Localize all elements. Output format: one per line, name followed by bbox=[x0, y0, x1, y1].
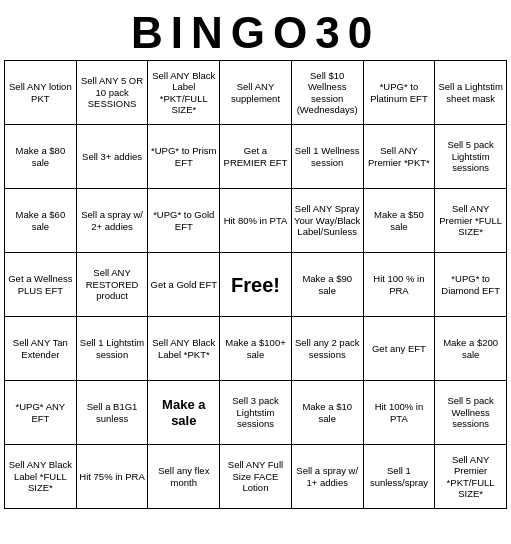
bingo-cell-25: Make a $90 sale bbox=[292, 253, 364, 317]
bingo-cell-20: Sell ANY Premier *FULL SIZE* bbox=[435, 189, 507, 253]
bingo-cell-45: Sell ANY Full Size FACE Lotion bbox=[220, 445, 292, 509]
bingo-cell-41: Sell 5 pack Wellness sessions bbox=[435, 381, 507, 445]
bingo-cell-24: Free! bbox=[220, 253, 292, 317]
bingo-cell-0: Sell ANY lotion PKT bbox=[5, 61, 77, 125]
bingo-cell-40: Hit 100% in PTA bbox=[364, 381, 436, 445]
bingo-cell-29: Sell 1 Lightstim session bbox=[77, 317, 149, 381]
bingo-cell-4: Sell $10 Wellness session (Wednesdays) bbox=[292, 61, 364, 125]
bingo-cell-11: Sell 1 Wellness session bbox=[292, 125, 364, 189]
bingo-cell-22: Sell ANY RESTORED product bbox=[77, 253, 149, 317]
bingo-cell-15: Sell a spray w/ 2+ addies bbox=[77, 189, 149, 253]
bingo-cell-44: Sell any flex month bbox=[148, 445, 220, 509]
bingo-cell-1: Sell ANY 5 OR 10 pack SESSIONS bbox=[77, 61, 149, 125]
bingo-cell-32: Sell any 2 pack sessions bbox=[292, 317, 364, 381]
bingo-cell-47: Sell 1 sunless/spray bbox=[364, 445, 436, 509]
bingo-cell-12: Sell ANY Premier *PKT* bbox=[364, 125, 436, 189]
bingo-cell-48: Sell ANY Premier *PKT/FULL SIZE* bbox=[435, 445, 507, 509]
bingo-cell-8: Sell 3+ addies bbox=[77, 125, 149, 189]
bingo-cell-7: Make a $80 sale bbox=[5, 125, 77, 189]
bingo-cell-36: Sell a B1G1 sunless bbox=[77, 381, 149, 445]
bingo-cell-10: Get a PREMIER EFT bbox=[220, 125, 292, 189]
bingo-cell-3: Sell ANY supplement bbox=[220, 61, 292, 125]
bingo-cell-6: Sell a Lightstim sheet mask bbox=[435, 61, 507, 125]
bingo-cell-33: Get any EFT bbox=[364, 317, 436, 381]
bingo-cell-18: Sell ANY Spray Your Way/Black Label/Sunl… bbox=[292, 189, 364, 253]
bingo-cell-9: *UPG* to Prism EFT bbox=[148, 125, 220, 189]
bingo-cell-43: Hit 75% in PRA bbox=[77, 445, 149, 509]
bingo-cell-13: Sell 5 pack Lightstim sessions bbox=[435, 125, 507, 189]
bingo-cell-19: Make a $50 sale bbox=[364, 189, 436, 253]
bingo-cell-42: Sell ANY Black Label *FULL SIZE* bbox=[5, 445, 77, 509]
bingo-cell-37: Make a sale bbox=[148, 381, 220, 445]
bingo-cell-21: Get a Wellness PLUS EFT bbox=[5, 253, 77, 317]
bingo-cell-23: Get a Gold EFT bbox=[148, 253, 220, 317]
bingo-cell-16: *UPG* to Gold EFT bbox=[148, 189, 220, 253]
bingo-cell-39: Make a $10 sale bbox=[292, 381, 364, 445]
bingo-cell-5: *UPG* to Platinum EFT bbox=[364, 61, 436, 125]
bingo-cell-34: Make a $200 sale bbox=[435, 317, 507, 381]
bingo-container: B I N G O 3 0 Sell ANY lotion PKTSell AN… bbox=[0, 0, 511, 513]
bingo-grid: Sell ANY lotion PKTSell ANY 5 OR 10 pack… bbox=[4, 60, 507, 509]
bingo-cell-2: Sell ANY Black Label *PKT/FULL SIZE* bbox=[148, 61, 220, 125]
bingo-cell-14: Make a $60 sale bbox=[5, 189, 77, 253]
bingo-cell-27: *UPG* to Diamond EFT bbox=[435, 253, 507, 317]
bingo-cell-26: Hit 100 % in PRA bbox=[364, 253, 436, 317]
bingo-cell-35: *UPG* ANY EFT bbox=[5, 381, 77, 445]
bingo-cell-30: Sell ANY Black Label *PKT* bbox=[148, 317, 220, 381]
bingo-cell-38: Sell 3 pack Lightstim sessions bbox=[220, 381, 292, 445]
bingo-title: B I N G O 3 0 bbox=[4, 4, 507, 60]
bingo-cell-46: Sell a spray w/ 1+ addies bbox=[292, 445, 364, 509]
bingo-cell-17: Hit 80% in PTA bbox=[220, 189, 292, 253]
bingo-cell-31: Make a $100+ sale bbox=[220, 317, 292, 381]
bingo-cell-28: Sell ANY Tan Extender bbox=[5, 317, 77, 381]
